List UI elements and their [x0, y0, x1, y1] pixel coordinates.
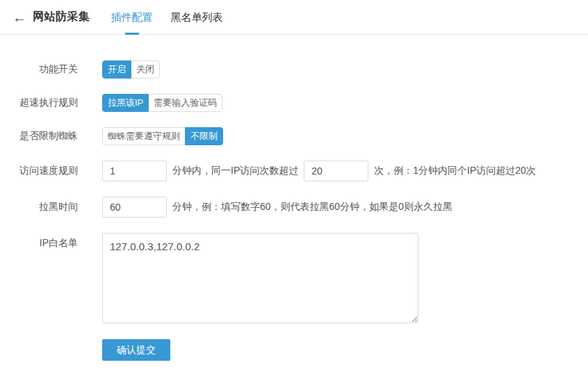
spider-no-limit-button[interactable]: 不限制 — [185, 127, 223, 145]
overspeed-rule-label: 超速执行规则 — [0, 97, 78, 109]
ban-time-input[interactable] — [102, 197, 167, 218]
speed-rule-example-text: 次，例：1分钟内同个IP访问超过20次 — [374, 165, 536, 177]
function-switch-group: 开启 关闭 — [102, 60, 160, 79]
spider-follow-rules-button[interactable]: 蜘蛛需要遵守规则 — [102, 127, 186, 145]
row-submit: 确认提交 — [0, 339, 588, 361]
page-header: ← 网站防采集 插件配置 黑名单列表 — [0, 0, 588, 35]
overspeed-captcha-button[interactable]: 需要输入验证码 — [148, 94, 222, 112]
function-switch-off-button[interactable]: 关闭 — [131, 60, 160, 79]
tab-plugin-config[interactable]: 插件配置 — [111, 0, 153, 35]
overspeed-rule-group: 拉黑该IP 需要输入验证码 — [102, 94, 222, 112]
function-switch-label: 功能开关 — [0, 63, 78, 76]
function-switch-on-button[interactable]: 开启 — [102, 60, 131, 79]
row-spider-limit: 是否限制蜘蛛 蜘蛛需要遵守规则 不限制 — [0, 127, 588, 145]
speed-rule-minutes-input[interactable] — [102, 161, 167, 181]
tab-blacklist[interactable]: 黑名单列表 — [171, 0, 223, 35]
speed-rule-label: 访问速度规则 — [0, 165, 78, 177]
overspeed-blacklist-ip-button[interactable]: 拉黑该IP — [102, 94, 149, 112]
speed-rule-middle-text: 分钟内，同一IP访问次数超过 — [172, 165, 298, 177]
confirm-submit-button[interactable]: 确认提交 — [102, 339, 170, 361]
settings-form: 功能开关 开启 关闭 超速执行规则 拉黑该IP 需要输入验证码 是否限制蜘蛛 蜘… — [0, 60, 588, 361]
ban-time-example-text: 分钟，例：填写数字60，则代表拉黑60分钟，如果是0则永久拉黑 — [172, 201, 452, 213]
spider-limit-group: 蜘蛛需要遵守规则 不限制 — [102, 127, 223, 145]
ban-time-label: 拉黑时间 — [0, 201, 78, 213]
row-speed-rule: 访问速度规则 分钟内，同一IP访问次数超过 次，例：1分钟内同个IP访问超过20… — [0, 161, 588, 181]
spider-limit-label: 是否限制蜘蛛 — [0, 130, 78, 142]
ip-whitelist-label: IP白名单 — [0, 237, 78, 250]
row-ban-time: 拉黑时间 分钟，例：填写数字60，则代表拉黑60分钟，如果是0则永久拉黑 — [0, 197, 588, 218]
ip-whitelist-textarea[interactable]: 127.0.0.3,127.0.0.2 — [102, 233, 418, 323]
speed-rule-count-input[interactable] — [304, 161, 368, 181]
back-icon[interactable]: ← — [13, 9, 26, 26]
tab-bar: 插件配置 黑名单列表 — [111, 0, 241, 35]
row-overspeed-rule: 超速执行规则 拉黑该IP 需要输入验证码 — [0, 94, 588, 112]
row-function-switch: 功能开关 开启 关闭 — [0, 60, 588, 79]
row-ip-whitelist: IP白名单 127.0.0.3,127.0.0.2 — [0, 233, 588, 323]
page-title: 网站防采集 — [33, 10, 90, 24]
